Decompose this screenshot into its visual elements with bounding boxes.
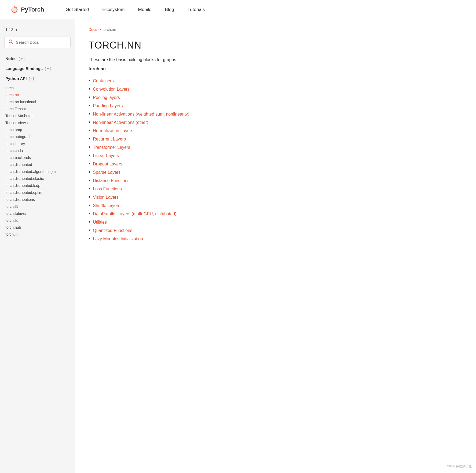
nav-list: Get Started Ecosystem Mobile Blog Tutori… <box>65 7 205 12</box>
nav-item-ecosystem[interactable]: Ecosystem <box>102 7 125 12</box>
sidebar-item-torch-futures[interactable]: torch.futures <box>0 210 75 217</box>
sidebar-item-torch-fft[interactable]: torch.fft <box>0 203 75 210</box>
list-item: Padding Layers <box>89 102 303 110</box>
svg-line-3 <box>12 42 13 43</box>
list-item: Quantized Functions <box>89 226 303 235</box>
sidebar: 1.12 ▼ Notes [ + ] Language Bindings [ +… <box>0 19 75 473</box>
sidebar-item-torch-fx[interactable]: torch.fx <box>0 217 75 224</box>
language-bindings-bracket: [ + ] <box>45 66 51 71</box>
sidebar-item-torch-distributed-optim[interactable]: torch.distributed.optim <box>0 189 75 196</box>
breadcrumb-docs-link[interactable]: Docs <box>89 27 97 32</box>
toc-link-dataparallel-layers[interactable]: DataParallel Layers (multi-GPU, distribu… <box>93 212 176 216</box>
version-label: 1.12 <box>5 27 13 32</box>
sidebar-item-torch-amp[interactable]: torch.amp <box>0 126 75 133</box>
search-input[interactable] <box>16 40 67 45</box>
sidebar-item-torch-library[interactable]: torch.library <box>0 140 75 147</box>
list-item: Transformer Layers <box>89 143 303 151</box>
page-description: These are the basic building blocks for … <box>89 57 303 62</box>
sidebar-section-python-api: Python API [ - ] <box>0 73 75 83</box>
nav-item-tutorials[interactable]: Tutorials <box>188 7 205 12</box>
search-box[interactable] <box>4 36 71 48</box>
toc-link-sparse-layers[interactable]: Sparse Layers <box>93 170 120 175</box>
sidebar-item-torch-backends[interactable]: torch.backends <box>0 154 75 161</box>
toc-link-shuffle-layers[interactable]: Shuffle Layers <box>93 203 120 208</box>
svg-point-1 <box>14 6 15 8</box>
breadcrumb-separator: > <box>99 27 101 32</box>
nav-item-blog[interactable]: Blog <box>165 7 174 12</box>
list-item: DataParallel Layers (multi-GPU, distribu… <box>89 210 303 218</box>
list-item: Convolution Layers <box>89 85 303 93</box>
list-item: Loss Functions <box>89 185 303 193</box>
list-item: Sparse Layers <box>89 168 303 176</box>
list-item: Dropout Layers <box>89 160 303 168</box>
notes-bracket: [ + ] <box>19 57 25 61</box>
sidebar-nav-list: torch torch.nn torch.nn.functional torch… <box>0 83 75 238</box>
sidebar-item-torch-distributed-algorithms-join[interactable]: torch.distributed.algorithms.join <box>0 168 75 175</box>
sidebar-item-torch-tensor[interactable]: torch.Tensor <box>0 105 75 112</box>
toc-link-utilities[interactable]: Utilities <box>93 220 107 225</box>
toc-link-quantized-functions[interactable]: Quantized Functions <box>93 228 132 233</box>
toc-link-vision-layers[interactable]: Vision Layers <box>93 195 119 200</box>
toc-link-pooling-layers[interactable]: Pooling layers <box>93 95 120 100</box>
python-api-title: Python API <box>5 76 27 81</box>
sidebar-item-torch-hub[interactable]: torch.hub <box>0 224 75 231</box>
list-item: Distance Functions <box>89 176 303 185</box>
list-item: Vision Layers <box>89 193 303 201</box>
sidebar-item-torch[interactable]: torch <box>0 84 75 91</box>
toc-link-nonlinear-other[interactable]: Non-linear Activations (other) <box>93 120 148 125</box>
header: PyTorch Get Started Ecosystem Mobile Blo… <box>0 0 476 19</box>
toc-list: Containers Convolution Layers Pooling la… <box>89 77 303 243</box>
page-title: TORCH.NN <box>89 40 303 51</box>
python-api-bracket: [ - ] <box>29 76 34 80</box>
logo-text: PyTorch <box>21 6 44 13</box>
list-item: Lazy Modules Initialization <box>89 235 303 243</box>
list-item: Non-linear Activations (other) <box>89 118 303 127</box>
search-icon <box>8 39 13 45</box>
sidebar-item-torch-distributed-fsdp[interactable]: torch.distributed.fsdp <box>0 182 75 189</box>
module-name: torch.nn <box>89 66 303 71</box>
sidebar-item-torch-nn-functional[interactable]: torch.nn.functional <box>0 98 75 105</box>
sidebar-item-torch-distributions[interactable]: torch.distributions <box>0 196 75 203</box>
pytorch-logo-icon <box>11 6 18 13</box>
main-nav: Get Started Ecosystem Mobile Blog Tutori… <box>65 7 205 12</box>
toc-link-dropout-layers[interactable]: Dropout Layers <box>93 162 122 167</box>
toc-link-convolution-layers[interactable]: Convolution Layers <box>93 87 130 92</box>
toc-link-transformer-layers[interactable]: Transformer Layers <box>93 145 130 150</box>
breadcrumb-current: torch.nn <box>102 27 116 32</box>
toc-link-loss-functions[interactable]: Loss Functions <box>93 187 122 191</box>
sidebar-item-tensor-views[interactable]: Tensor Views <box>0 119 75 126</box>
toc-link-nonlinear-weighted[interactable]: Non-linear Activations (weighted sum, no… <box>93 112 189 117</box>
list-item: Pooling layers <box>89 93 303 102</box>
toc-link-containers[interactable]: Containers <box>93 79 113 83</box>
nav-item-mobile[interactable]: Mobile <box>138 7 151 12</box>
toc-link-padding-layers[interactable]: Padding Layers <box>93 104 123 108</box>
sidebar-section-language-bindings: Language Bindings [ + ] <box>0 64 75 73</box>
main-content: Docs > torch.nn TORCH.NN These are the b… <box>75 19 317 473</box>
sidebar-item-torch-distributed-elastic[interactable]: torch.distributed.elastic <box>0 175 75 182</box>
sidebar-item-torch-nn[interactable]: torch.nn <box>0 91 75 98</box>
toc-link-lazy-modules[interactable]: Lazy Modules Initialization <box>93 236 143 241</box>
sidebar-item-torch-jit[interactable]: torch.jit <box>0 231 75 238</box>
version-row: 1.12 ▼ <box>0 25 75 36</box>
watermark: CSDN @程序小黑 <box>445 464 472 469</box>
nav-item-get-started[interactable]: Get Started <box>65 7 89 12</box>
list-item: Linear Layers <box>89 151 303 160</box>
sidebar-item-torch-distributed[interactable]: torch.distributed <box>0 161 75 168</box>
notes-title: Notes <box>5 56 17 61</box>
toc-link-recurrent-layers[interactable]: Recurrent Layers <box>93 137 126 142</box>
toc-link-distance-functions[interactable]: Distance Functions <box>93 178 129 183</box>
list-item: Normalization Layers <box>89 127 303 135</box>
language-bindings-title: Language Bindings <box>5 66 43 71</box>
version-arrow: ▼ <box>15 28 18 32</box>
layout: 1.12 ▼ Notes [ + ] Language Bindings [ +… <box>0 19 476 473</box>
logo[interactable]: PyTorch <box>11 6 44 13</box>
sidebar-item-tensor-attributes[interactable]: Tensor Attributes <box>0 112 75 119</box>
list-item: Utilities <box>89 218 303 226</box>
toc-link-linear-layers[interactable]: Linear Layers <box>93 153 119 158</box>
toc-link-normalization-layers[interactable]: Normalization Layers <box>93 128 133 133</box>
sidebar-item-torch-cuda[interactable]: torch.cuda <box>0 147 75 154</box>
breadcrumb: Docs > torch.nn <box>89 27 303 32</box>
sidebar-item-torch-autograd[interactable]: torch.autograd <box>0 133 75 140</box>
list-item: Shuffle Layers <box>89 201 303 210</box>
list-item: Non-linear Activations (weighted sum, no… <box>89 110 303 118</box>
